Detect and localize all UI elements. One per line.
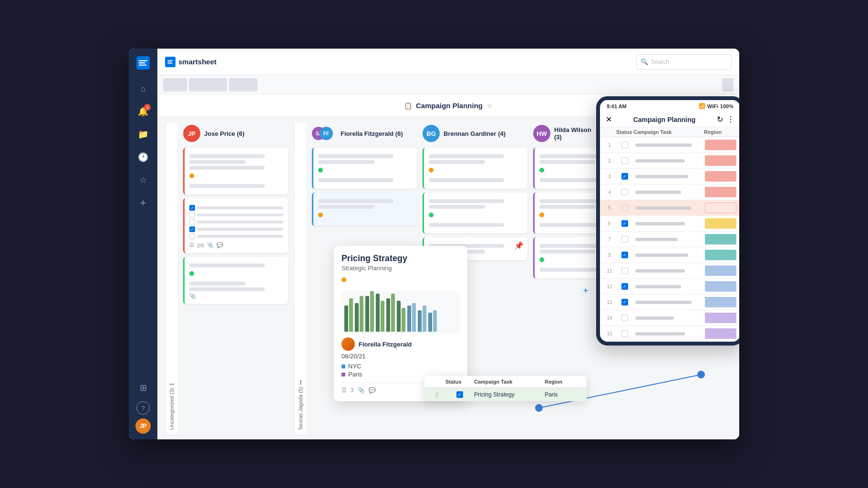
mobile-close-icon[interactable]: ✕ (606, 115, 612, 124)
row-check-12[interactable]: ✓ (621, 283, 628, 290)
card-dot (429, 168, 434, 173)
mobile-row-6: 6 ✓ (600, 216, 739, 232)
nav-files[interactable]: 📁 (134, 125, 153, 144)
col-name-jose: Jose Price (6) (204, 130, 245, 137)
card-jose-2[interactable]: ✓ ✓ (183, 198, 288, 253)
check-box-empty (189, 219, 195, 225)
mobile-row-3: 3 ✓ (600, 169, 739, 184)
search-box[interactable]: 🔍 Search (636, 54, 732, 70)
mobile-row-4: 4 (600, 184, 739, 200)
toolbar (157, 75, 739, 94)
row-check-6[interactable]: ✓ (621, 220, 628, 227)
data-table-popup: Status Campaign Task Region 2 ✓ Pricing … (424, 376, 587, 401)
app-logo[interactable] (134, 54, 152, 71)
mobile-row-13: 13 ✓ (600, 295, 739, 310)
mobile-row-7: 7 (600, 232, 739, 247)
tooltip-username: Fiorella Fitzgerald (359, 341, 412, 348)
search-placeholder: Search (651, 59, 669, 65)
nav-help[interactable]: ? (136, 401, 150, 415)
user-avatar[interactable]: JP (135, 418, 151, 434)
row-check-7[interactable] (621, 236, 628, 243)
app-window: ⌂ 🔔 1 📁 🕐 ☆ + ⊞ ? JP smartsheet (129, 49, 739, 439)
card-dot (539, 168, 544, 173)
favorite-star-icon[interactable]: ☆ (486, 102, 493, 110)
nav-favorites[interactable]: ☆ (134, 171, 153, 190)
toolbar-btn-4[interactable] (722, 78, 734, 92)
card-fiorella-2[interactable] (312, 193, 417, 226)
bar-group-7 (407, 303, 416, 332)
svg-point-3 (697, 371, 705, 378)
fiorella-avatar-group: SJ FF (312, 125, 337, 142)
tooltip-status-dot (341, 277, 346, 282)
list-icon: ☰ (341, 387, 347, 394)
toolbar-btn-3[interactable] (229, 78, 258, 92)
mobile-refresh-icon[interactable]: ↻ (717, 115, 723, 124)
card-dot-green (189, 271, 194, 276)
bar-group-8 (418, 305, 426, 332)
col-status: Status (616, 129, 633, 135)
card-brennan-2[interactable] (423, 193, 527, 234)
mobile-overlay: 9:41 AM 📶 WiFi 100% ✕ Campaign Planning … (596, 96, 739, 346)
dt-header: Status Campaign Task Region (424, 376, 587, 388)
row-check-3[interactable]: ✓ (621, 173, 628, 180)
bar-group-9 (428, 310, 437, 332)
card-dot (318, 168, 323, 173)
toolbar-btn-1[interactable] (163, 78, 187, 92)
card-jose-1[interactable] (183, 148, 288, 194)
nav-home[interactable]: ⌂ (134, 79, 153, 98)
top-bar: smartsheet 🔍 Search (157, 49, 739, 75)
nav-apps[interactable]: ⊞ (134, 378, 153, 397)
col-task: Campaign Task (633, 129, 704, 135)
row-check-2[interactable] (621, 157, 628, 164)
smartsheet-logo: smartsheet (165, 57, 217, 67)
col-name-hilda: Hilda Wilson (3) (554, 126, 595, 141)
col-header-jose: JP Jose Price (6) (183, 123, 288, 144)
row-check-1[interactable] (621, 142, 628, 148)
mobile-row-8: 8 ✓ (600, 247, 739, 263)
card-jose-3[interactable]: 📎 (183, 257, 288, 304)
mobile-time: 9:41 AM (607, 103, 627, 109)
nav-notifications[interactable]: 🔔 1 (134, 102, 153, 121)
row-check-11[interactable] (621, 267, 628, 274)
row-check-14[interactable] (621, 315, 628, 321)
card-dot-green (429, 213, 434, 217)
row-check-15[interactable] (621, 330, 628, 337)
mobile-menu-icon[interactable]: ⋮ (727, 115, 734, 124)
card-fiorella-1[interactable] (312, 148, 417, 189)
card-footer: ☰ 2/5 📎 💬 (189, 242, 283, 248)
col-header-fiorella: SJ FF Fiorella Fitzgerald (6) (312, 123, 417, 144)
comment-count: 3 (351, 387, 354, 394)
battery-icon: 100% (720, 103, 734, 109)
left-nav: ⌂ 🔔 1 📁 🕐 ☆ + ⊞ ? JP (129, 49, 157, 439)
mobile-status-bar: 9:41 AM 📶 WiFi 100% (600, 100, 739, 112)
tooltip-date: 08/20/21 (341, 353, 460, 360)
dt-row-2: 2 ✓ Pricing Strategy Paris (424, 388, 587, 401)
attachment-icon: 📎 (207, 242, 214, 248)
card-pin-icon: 📌 (514, 241, 524, 250)
row-check-5[interactable] (621, 204, 628, 211)
nav-recent[interactable]: 🕐 (134, 148, 153, 167)
dt-col-region: Region (545, 379, 583, 385)
mobile-row-11: 11 (600, 263, 739, 279)
sheet-title: Campaign Planning (416, 102, 483, 110)
card-brennan-1[interactable] (423, 148, 527, 189)
dt-task-cell: Pricing Strategy (474, 391, 545, 398)
dt-status-check: ✓ (445, 391, 474, 398)
search-icon: 🔍 (641, 58, 648, 65)
wifi-icon: WiFi (707, 103, 718, 109)
row-check-13[interactable]: ✓ (621, 299, 628, 305)
toolbar-btn-2[interactable] (189, 78, 227, 92)
nav-add[interactable]: + (134, 193, 153, 213)
tooltip-subtitle: Strategic Planning (341, 264, 460, 272)
bar-group-5 (386, 294, 395, 332)
row-check-4[interactable] (621, 189, 628, 195)
row-check-8[interactable]: ✓ (621, 252, 628, 258)
mobile-header: ✕ Campaign Planning ↻ ⋮ (600, 112, 739, 127)
tooltip-title: Pricing Strategy (341, 254, 460, 264)
tag-dot-nyc (341, 365, 345, 368)
bar-group-1 (344, 298, 353, 332)
uncategorized-label: Uncategorized (3) ↧ (165, 123, 177, 434)
uncategorized-lane: Uncategorized (3) ↧ (165, 123, 177, 434)
mobile-grid: Status Campaign Task Region 1 2 3 ✓ (600, 127, 739, 342)
dt-col-task: Campaign Task (474, 379, 545, 385)
